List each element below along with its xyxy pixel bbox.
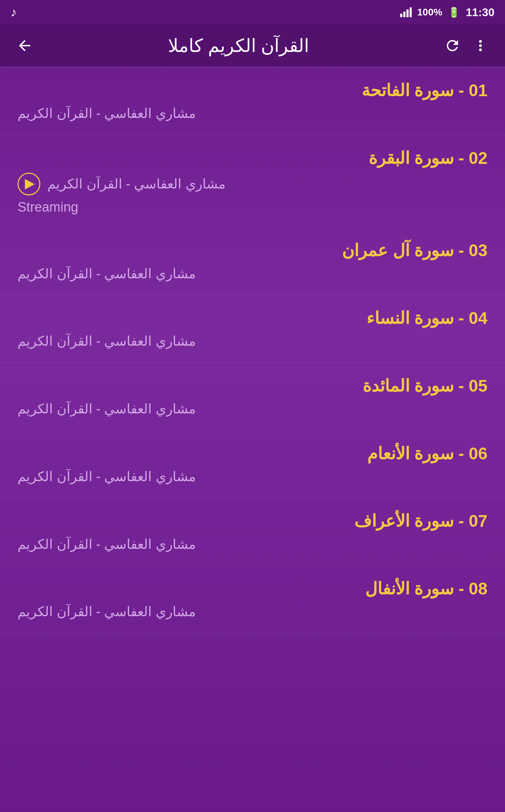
track-subtitle-row: مشاري العفاسي - القرآن الكريم xyxy=(18,105,487,122)
track-subtitle: مشاري العفاسي - القرآن الكريم xyxy=(18,468,196,485)
track-subtitle: مشاري العفاسي - القرآن الكريم xyxy=(18,333,196,350)
track-item[interactable]: 06 - سورة الأنعاممشاري العفاسي - القرآن … xyxy=(0,431,505,498)
streaming-label: Streaming xyxy=(18,200,487,215)
track-item[interactable]: 05 - سورة المائدةمشاري العفاسي - القرآن … xyxy=(0,363,505,431)
track-title: 01 - سورة الفاتحة xyxy=(18,80,487,101)
toolbar-title: القرآن الكريم كاملا xyxy=(35,35,442,56)
track-title: 03 - سورة آل عمران xyxy=(18,240,487,261)
track-item[interactable]: 07 - سورة الأعرافمشاري العفاسي - القرآن … xyxy=(0,498,505,566)
track-subtitle-row: مشاري العفاسي - القرآن الكريم xyxy=(18,468,487,485)
track-item[interactable]: 03 - سورة آل عمرانمشاري العفاسي - القرآن… xyxy=(0,227,505,295)
toolbar: القرآن الكريم كاملا xyxy=(0,25,505,67)
track-title: 04 - سورة النساء xyxy=(18,307,487,329)
track-subtitle: مشاري العفاسي - القرآن الكريم xyxy=(47,175,225,193)
track-subtitle-row: مشاري العفاسي - القرآن الكريم xyxy=(18,603,487,620)
track-title: 08 - سورة الأنفال xyxy=(18,578,487,600)
more-button[interactable] xyxy=(470,35,491,56)
track-subtitle-row: مشاري العفاسي - القرآن الكريم xyxy=(18,173,487,195)
refresh-button[interactable] xyxy=(442,35,463,56)
toolbar-left xyxy=(14,35,35,56)
battery-icon: 🔋 xyxy=(448,7,460,18)
track-subtitle: مشاري العفاسي - القرآن الكريم xyxy=(18,105,196,122)
track-title: 05 - سورة المائدة xyxy=(18,375,487,397)
track-item[interactable]: 04 - سورة النساءمشاري العفاسي - القرآن ا… xyxy=(0,295,505,363)
track-subtitle: مشاري العفاسي - القرآن الكريم xyxy=(18,603,196,620)
track-title: 06 - سورة الأنعام xyxy=(18,443,487,465)
track-subtitle-row: مشاري العفاسي - القرآن الكريم xyxy=(18,400,487,418)
back-button[interactable] xyxy=(14,35,35,56)
toolbar-right xyxy=(442,35,491,56)
track-subtitle-row: مشاري العفاسي - القرآن الكريم xyxy=(18,536,487,553)
track-subtitle-row: مشاري العفاسي - القرآن الكريم xyxy=(18,333,487,350)
music-note: ♪ xyxy=(11,5,17,20)
track-item[interactable]: 02 - سورة البقرةمشاري العفاسي - القرآن ا… xyxy=(0,135,505,227)
track-item[interactable]: 01 - سورة الفاتحةمشاري العفاسي - القرآن … xyxy=(0,67,505,135)
track-subtitle: مشاري العفاسي - القرآن الكريم xyxy=(18,400,196,418)
track-title: 07 - سورة الأعراف xyxy=(18,510,487,532)
track-title: 02 - سورة البقرة xyxy=(18,147,487,169)
battery-percent: 100% xyxy=(417,7,443,18)
status-bar: ♪ 100% 🔋 11:30 xyxy=(0,0,505,25)
signal-icon xyxy=(400,7,412,17)
track-subtitle-row: مشاري العفاسي - القرآن الكريم xyxy=(18,265,487,282)
time: 11:30 xyxy=(466,6,494,19)
track-subtitle: مشاري العفاسي - القرآن الكريم xyxy=(18,536,196,553)
play-button[interactable] xyxy=(18,173,40,195)
status-right: 100% 🔋 11:30 xyxy=(400,6,494,19)
track-subtitle: مشاري العفاسي - القرآن الكريم xyxy=(18,265,196,282)
track-item[interactable]: 08 - سورة الأنفالمشاري العفاسي - القرآن … xyxy=(0,566,505,633)
track-list: 01 - سورة الفاتحةمشاري العفاسي - القرآن … xyxy=(0,67,505,633)
